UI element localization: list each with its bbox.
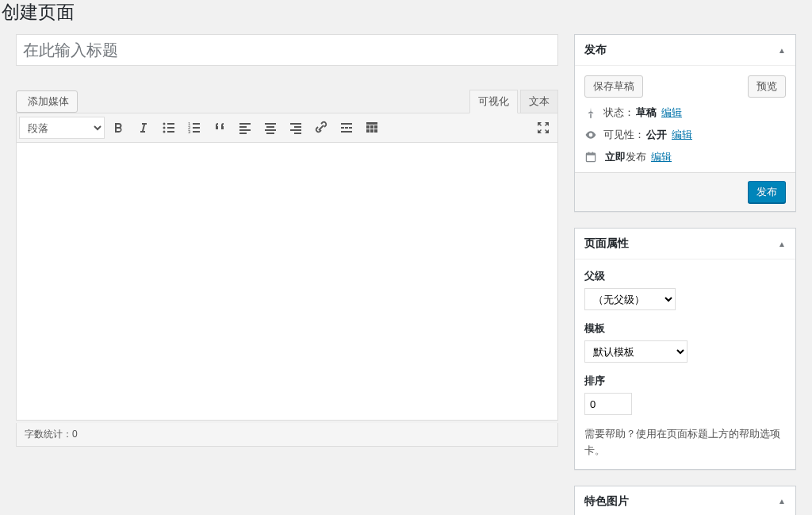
svg-rect-7 <box>193 123 200 125</box>
bullet-list-button[interactable] <box>157 116 181 140</box>
format-select[interactable]: 段落 <box>19 117 105 139</box>
fullscreen-button[interactable] <box>531 116 555 140</box>
svg-point-4 <box>163 131 166 133</box>
svg-rect-15 <box>239 133 247 134</box>
sidebar: 发布 ▲ 保存草稿 预览 状态： 草稿 编辑 可见性： 公开 <box>574 34 796 515</box>
parent-label: 父级 <box>584 269 786 283</box>
svg-rect-26 <box>345 127 348 129</box>
svg-rect-11 <box>193 131 200 133</box>
svg-rect-24 <box>341 123 352 125</box>
visibility-row: 可见性： 公开 编辑 <box>584 128 786 142</box>
align-right-button[interactable] <box>284 116 308 140</box>
svg-rect-5 <box>167 131 174 133</box>
svg-text:3: 3 <box>188 129 191 134</box>
svg-rect-27 <box>349 127 352 129</box>
page-attributes-box: 页面属性 ▲ 父级 （无父级） 模板 默认模板 排序 <box>574 228 796 470</box>
edit-schedule-link[interactable]: 编辑 <box>651 150 672 164</box>
order-label: 排序 <box>584 374 786 388</box>
svg-rect-22 <box>290 129 301 131</box>
editor-tabs: 可视化 文本 <box>467 90 558 113</box>
schedule-row: 立即发布 编辑 <box>584 150 786 164</box>
svg-point-0 <box>163 123 166 125</box>
post-title-input[interactable] <box>16 34 558 66</box>
svg-rect-35 <box>374 129 377 133</box>
attributes-help-text: 需要帮助？使用在页面标题上方的帮助选项卡。 <box>584 426 786 459</box>
svg-rect-18 <box>265 129 276 131</box>
template-select[interactable]: 默认模板 <box>584 340 688 363</box>
align-center-button[interactable] <box>259 116 282 140</box>
svg-rect-29 <box>366 122 377 125</box>
edit-visibility-link[interactable]: 编辑 <box>672 128 692 142</box>
svg-rect-9 <box>193 127 200 129</box>
main-content: 添加媒体 可视化 文本 段落 123 <box>16 34 558 515</box>
svg-rect-13 <box>239 126 247 128</box>
align-left-button[interactable] <box>233 116 257 140</box>
svg-rect-21 <box>294 126 301 128</box>
featured-image-header[interactable]: 特色图片 ▲ <box>575 486 795 515</box>
attributes-box-header[interactable]: 页面属性 ▲ <box>575 229 795 259</box>
editor-toolbar: 段落 123 <box>16 113 558 143</box>
read-more-button[interactable] <box>335 116 358 140</box>
edit-status-link[interactable]: 编辑 <box>661 106 682 120</box>
word-count: 字数统计：0 <box>16 423 558 447</box>
svg-rect-37 <box>586 153 595 155</box>
add-media-label: 添加媒体 <box>28 94 69 109</box>
parent-select[interactable]: （无父级） <box>584 288 676 310</box>
svg-rect-14 <box>239 129 251 131</box>
svg-rect-34 <box>370 129 373 133</box>
publish-box-header[interactable]: 发布 ▲ <box>575 35 795 66</box>
toolbar-toggle-button[interactable] <box>360 116 384 140</box>
pin-icon <box>584 106 600 119</box>
italic-button[interactable] <box>132 116 155 140</box>
svg-rect-39 <box>592 152 594 154</box>
eye-icon <box>584 129 600 141</box>
link-button[interactable] <box>309 116 333 140</box>
svg-rect-33 <box>366 129 370 133</box>
svg-rect-28 <box>341 131 352 133</box>
svg-rect-3 <box>167 127 174 129</box>
content-editor[interactable] <box>16 143 558 421</box>
preview-button[interactable]: 预览 <box>748 75 786 98</box>
svg-rect-20 <box>290 123 301 125</box>
svg-rect-17 <box>266 126 274 128</box>
blockquote-button[interactable] <box>208 116 232 140</box>
order-input[interactable] <box>584 393 632 415</box>
tab-text[interactable]: 文本 <box>520 90 558 113</box>
chevron-up-icon: ▲ <box>778 497 786 505</box>
featured-image-box: 特色图片 ▲ <box>574 486 796 515</box>
bold-button[interactable] <box>106 116 130 140</box>
chevron-up-icon: ▲ <box>778 240 786 248</box>
svg-rect-31 <box>370 125 373 129</box>
svg-rect-30 <box>366 125 370 129</box>
page-title: 创建页面 <box>2 0 812 25</box>
chevron-up-icon: ▲ <box>778 46 786 55</box>
svg-rect-25 <box>341 127 344 129</box>
publish-box: 发布 ▲ 保存草稿 预览 状态： 草稿 编辑 可见性： 公开 <box>574 34 796 212</box>
svg-rect-16 <box>265 123 276 125</box>
tab-visual[interactable]: 可视化 <box>469 90 518 113</box>
status-row: 状态： 草稿 编辑 <box>584 106 786 120</box>
svg-rect-19 <box>266 133 274 134</box>
svg-rect-1 <box>167 123 174 125</box>
calendar-icon <box>584 151 600 163</box>
numbered-list-button[interactable]: 123 <box>182 116 206 140</box>
svg-point-2 <box>163 127 166 129</box>
template-label: 模板 <box>584 321 786 336</box>
svg-rect-32 <box>374 125 377 129</box>
svg-rect-38 <box>588 152 590 154</box>
save-draft-button[interactable]: 保存草稿 <box>584 75 643 98</box>
svg-rect-23 <box>294 133 301 134</box>
add-media-button[interactable]: 添加媒体 <box>16 90 78 113</box>
svg-rect-12 <box>239 123 251 125</box>
publish-button[interactable]: 发布 <box>748 181 786 203</box>
